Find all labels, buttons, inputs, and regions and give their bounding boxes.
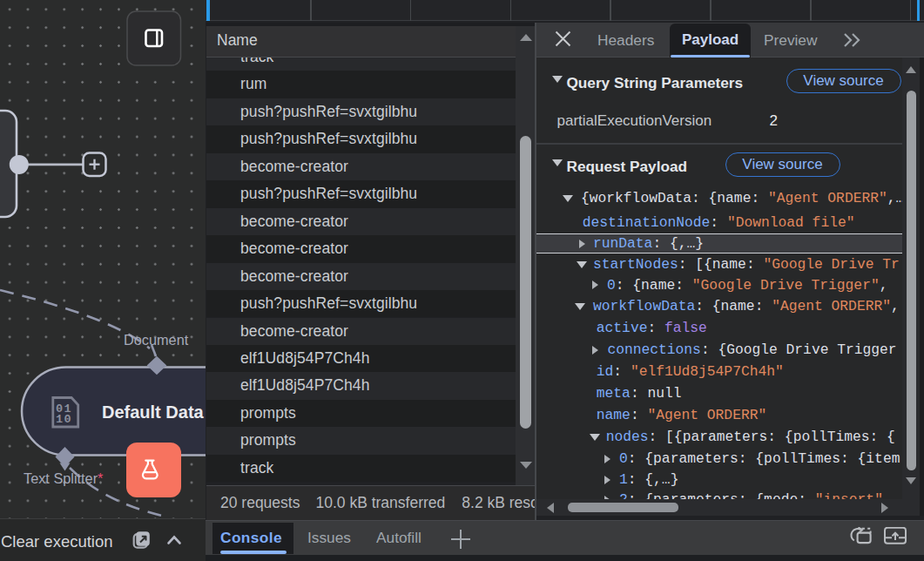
svg-text:10: 10: [56, 413, 72, 426]
